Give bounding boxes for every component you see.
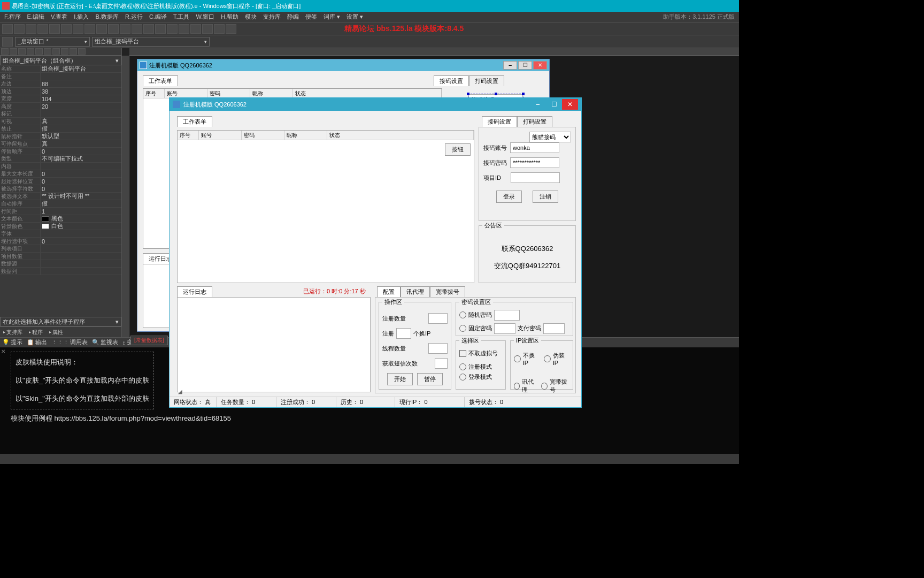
listview[interactable]: 序号 账号 密码 昵称 状态 按钮: [177, 130, 474, 283]
align-btn[interactable]: [70, 48, 77, 55]
tab-program[interactable]: 程序: [26, 329, 46, 336]
menu-edit[interactable]: E.编辑: [25, 13, 47, 21]
random-pwd-input[interactable]: [494, 310, 520, 321]
menu-run[interactable]: R.运行: [123, 13, 145, 21]
align-btn[interactable]: [52, 48, 60, 55]
tb-btn[interactable]: [120, 24, 130, 34]
pause-button[interactable]: 暂停: [417, 373, 443, 385]
tab-config[interactable]: 配置: [377, 286, 401, 297]
menu-dict[interactable]: 词库 ▾: [321, 13, 342, 21]
console-close-icon[interactable]: ✕: [1, 348, 5, 354]
win1-titlebar[interactable]: 注册机模版 QQ2606362 ‒ ☐ ✕: [137, 59, 549, 71]
regcount-input[interactable]: [428, 313, 448, 324]
tb-btn[interactable]: [155, 24, 166, 34]
account-input[interactable]: [510, 142, 559, 153]
event-combo[interactable]: 在此处选择加入事件处理子程序: [0, 317, 121, 326]
menu-module[interactable]: 模块: [243, 13, 259, 21]
menu-settings[interactable]: 设置 ▾: [344, 13, 365, 21]
tb-btn[interactable]: [132, 24, 142, 34]
menu-static[interactable]: 静编: [285, 13, 301, 21]
align-btn[interactable]: [10, 48, 17, 55]
tab-runlog[interactable]: 运行日志: [177, 286, 212, 297]
maximize-button[interactable]: ☐: [518, 61, 532, 70]
menu-tools[interactable]: T.工具: [171, 13, 192, 21]
logout-button[interactable]: 注销: [533, 191, 558, 203]
close-button[interactable]: ✕: [562, 99, 578, 110]
platform-combo[interactable]: 熊猫接码: [529, 132, 571, 142]
radio-no-ip[interactable]: 不换IP: [514, 352, 540, 366]
menu-note[interactable]: 便签: [303, 13, 319, 21]
menu-compile[interactable]: C.编译: [147, 13, 169, 21]
tb-btn[interactable]: [84, 24, 95, 34]
tab-jiema[interactable]: 接码设置: [482, 116, 517, 127]
password-input[interactable]: [510, 157, 559, 168]
minimize-button[interactable]: ‒: [503, 61, 517, 70]
tb-btn[interactable]: [108, 24, 119, 34]
threads-input[interactable]: [428, 343, 448, 354]
tb-btn[interactable]: [14, 24, 25, 34]
win2-titlebar[interactable]: 注册机模版 QQ2606362 ‒ ☐ ✕: [170, 98, 581, 111]
align-btn[interactable]: [78, 48, 86, 55]
tab-dama[interactable]: 打码设置: [469, 75, 504, 86]
radio-dial[interactable]: 宽带拨号: [541, 378, 569, 394]
reg-per-ip-input[interactable]: [396, 328, 411, 339]
maximize-button[interactable]: ☐: [546, 99, 562, 110]
align-btn[interactable]: [1, 48, 9, 55]
tb-btn[interactable]: [214, 24, 225, 34]
tb-btn[interactable]: [73, 24, 83, 34]
radio-login-mode[interactable]: 登录模式: [459, 373, 502, 381]
tb-btn[interactable]: [37, 24, 48, 34]
tb-btn[interactable]: [2, 37, 13, 47]
prop-object-combo[interactable]: 组合框_接码平台（组合框）: [0, 56, 121, 65]
menu-insert[interactable]: I.插入: [72, 13, 91, 21]
sms-input[interactable]: [435, 358, 448, 369]
align-btn[interactable]: [27, 48, 34, 55]
tab-dama[interactable]: 打码设置: [517, 116, 552, 127]
radio-random-pwd[interactable]: 随机密码: [459, 311, 492, 319]
menu-database[interactable]: B.数据库: [93, 13, 120, 21]
radio-reg-mode[interactable]: 注册模式: [459, 363, 502, 371]
menu-view[interactable]: V.查看: [49, 13, 70, 21]
minimize-button[interactable]: ‒: [530, 99, 546, 110]
tab-worksheet[interactable]: 工作表单: [177, 116, 212, 127]
close-button[interactable]: ✕: [533, 61, 547, 70]
tb-btn[interactable]: [26, 24, 36, 34]
fixed-pwd-input[interactable]: [494, 323, 515, 334]
tab-watch[interactable]: 🔍 监视表: [92, 338, 118, 346]
project-input[interactable]: [511, 172, 560, 183]
check-no-virtual[interactable]: 不取虚拟号: [459, 349, 502, 358]
tb-btn[interactable]: [167, 24, 178, 34]
menu-help[interactable]: H.帮助: [219, 13, 241, 21]
tb-btn[interactable]: [96, 24, 107, 34]
tab-xunproxy[interactable]: 讯代理: [401, 286, 430, 297]
radio-fake-ip[interactable]: 伪装IP: [544, 352, 569, 366]
tb-btn[interactable]: [226, 24, 236, 34]
tb-btn[interactable]: [179, 24, 189, 34]
action-button[interactable]: 按钮: [445, 143, 471, 156]
tab-hint[interactable]: 💡 提示: [2, 338, 22, 346]
tab-dial[interactable]: 宽带拨号: [430, 286, 465, 297]
login-button[interactable]: 登录: [496, 191, 522, 203]
tb-btn[interactable]: [190, 24, 201, 34]
tab-worksheet[interactable]: 工作表单: [143, 75, 178, 86]
tab-output[interactable]: 📋 输出: [27, 338, 47, 346]
tab-calltable[interactable]: ⋮⋮⋮ 调用表: [51, 338, 88, 346]
paypwd-input[interactable]: [543, 323, 565, 334]
tab-jiema[interactable]: 接码设置: [434, 75, 469, 86]
tb-btn[interactable]: [61, 24, 72, 34]
tab-properties[interactable]: 属性: [46, 329, 66, 336]
tb-btn[interactable]: [2, 24, 13, 34]
radio-fixed-pwd[interactable]: 固定密码: [459, 324, 492, 332]
tb-btn[interactable]: [49, 24, 60, 34]
menu-window[interactable]: W.窗口: [194, 13, 217, 21]
radio-xunproxy[interactable]: 讯代理: [514, 378, 537, 394]
control-combo[interactable]: 组合框_接码平台: [92, 37, 210, 47]
property-grid[interactable]: 名称组合框_接码平台备注左边88顶边38宽度104高度20标记可视真禁止假鼠标指…: [0, 65, 121, 317]
start-button[interactable]: 开始: [387, 373, 413, 385]
tab-support-lib[interactable]: 支持库: [0, 329, 26, 336]
align-btn[interactable]: [61, 48, 68, 55]
window-combo[interactable]: _启动窗口 *: [15, 37, 90, 47]
align-btn[interactable]: [18, 48, 26, 55]
align-btn[interactable]: [35, 48, 43, 55]
tb-btn[interactable]: [143, 24, 154, 34]
